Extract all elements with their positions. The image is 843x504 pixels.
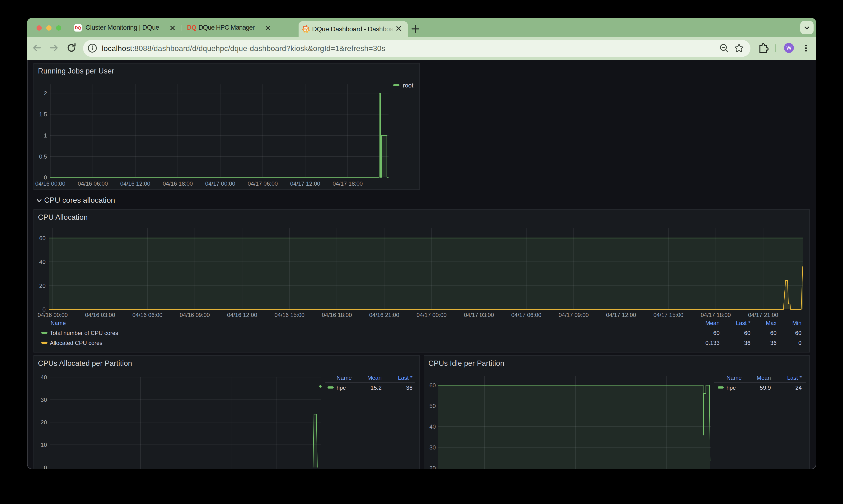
svg-text:40: 40 [39,259,46,265]
svg-text:04/17 15:00: 04/17 15:00 [653,312,684,318]
svg-text:0: 0 [44,464,47,469]
svg-text:04/17 21:00: 04/17 21:00 [748,312,778,318]
svg-text:04/16 15:00: 04/16 15:00 [274,312,305,318]
svg-text:04/16 21:00: 04/16 21:00 [369,312,399,318]
svg-text:2: 2 [44,90,47,96]
svg-text:1: 1 [44,132,47,139]
svg-text:04/16 00:00: 04/16 00:00 [35,180,66,187]
svg-text:1.5: 1.5 [39,111,47,118]
svg-text:04/16 12:00: 04/16 12:00 [227,312,257,318]
svg-text:Last *: Last * [736,320,751,326]
svg-text:0.5: 0.5 [39,154,47,160]
svg-text:20: 20 [39,283,46,289]
svg-text:04/17 18:00: 04/17 18:00 [701,312,731,318]
svg-text:36: 36 [744,340,751,346]
svg-text:36: 36 [406,384,412,391]
svg-text:04/16 03:00: 04/16 03:00 [85,312,115,318]
svg-text:40: 40 [429,424,436,430]
svg-text:04/16 09:00: 04/16 09:00 [180,312,210,318]
svg-text:0: 0 [798,340,802,346]
svg-text:60: 60 [795,330,802,336]
svg-text:36: 36 [770,340,777,346]
svg-text:04/17 12:00: 04/17 12:00 [606,312,636,318]
svg-text:60: 60 [770,330,777,336]
svg-text:0.133: 0.133 [705,340,720,346]
svg-text:10: 10 [40,442,47,448]
svg-text:Min: Min [792,320,802,326]
svg-text:Total number of CPU cores: Total number of CPU cores [50,330,118,336]
svg-text:04/16 06:00: 04/16 06:00 [78,180,108,187]
svg-text:59.9: 59.9 [760,384,771,391]
svg-text:30: 30 [40,397,47,403]
svg-text:04/17 06:00: 04/17 06:00 [248,180,278,187]
svg-text:04/16 00:00: 04/16 00:00 [38,312,68,318]
svg-text:04/17 00:00: 04/17 00:00 [205,180,236,187]
svg-text:Last *: Last * [787,375,802,381]
svg-text:Name: Name [726,375,742,381]
svg-text:root: root [403,82,414,89]
svg-text:60: 60 [744,330,751,336]
svg-text:60: 60 [39,235,46,241]
svg-text:Name: Name [51,320,66,326]
svg-text:Mean: Mean [757,375,771,381]
svg-text:04/17 09:00: 04/17 09:00 [559,312,589,318]
svg-text:Mean: Mean [367,375,382,381]
svg-text:40: 40 [40,374,47,380]
svg-text:50: 50 [429,403,436,409]
svg-text:04/16 06:00: 04/16 06:00 [133,312,162,318]
svg-text:hpc: hpc [726,384,736,391]
svg-text:20: 20 [40,419,47,426]
svg-text:60: 60 [713,330,720,336]
svg-text:04/17 18:00: 04/17 18:00 [333,180,363,187]
svg-text:04/17 06:00: 04/17 06:00 [511,312,541,318]
svg-text:04/16 18:00: 04/16 18:00 [322,312,352,318]
svg-text:04/17 00:00: 04/17 00:00 [416,312,447,318]
svg-text:hpc: hpc [337,384,346,391]
svg-text:24: 24 [795,384,802,391]
svg-text:15.2: 15.2 [371,384,382,391]
svg-text:0: 0 [44,174,47,181]
svg-text:04/17 12:00: 04/17 12:00 [290,180,321,187]
svg-text:30: 30 [429,444,436,451]
svg-text:Max: Max [766,320,777,326]
svg-text:04/16 12:00: 04/16 12:00 [120,180,151,187]
svg-text:Allocated CPU cores: Allocated CPU cores [50,340,102,346]
svg-text:Mean: Mean [705,320,720,326]
svg-text:60: 60 [429,382,436,389]
svg-text:04/16 18:00: 04/16 18:00 [163,180,193,187]
svg-text:Name: Name [337,375,352,381]
svg-text:20: 20 [429,465,436,469]
svg-text:04/17 03:00: 04/17 03:00 [464,312,494,318]
svg-text:Last *: Last * [398,375,412,381]
